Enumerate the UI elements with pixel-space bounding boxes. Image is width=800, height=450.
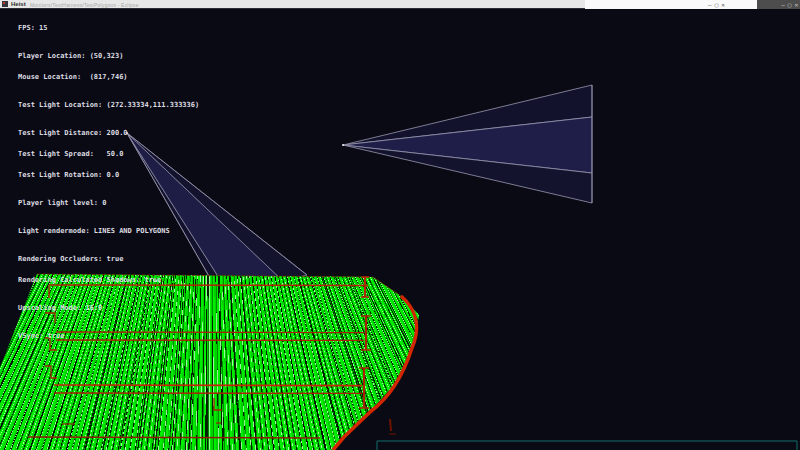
hud-test-light-rotation: Test Light Rotation: 0.0 [18,172,199,179]
game-canvas[interactable]: FPS: 15 Player Location: (50,323) Mouse … [0,9,800,450]
light-radius-border [333,296,416,450]
hud-vsync: VSync: true [18,333,199,340]
occluder-bar-bottom [28,423,320,438]
titlebar-dark-segment: — ▢ ✕ [757,0,800,9]
hud-test-light-location: Test Light Location: (272.33334,111.3333… [18,102,199,109]
app-icon [2,1,8,7]
window-controls-inner: — ▢ ✕ [708,0,725,9]
maximize-button[interactable]: ▢ [715,2,719,8]
outer-minimize-button[interactable]: — [781,2,785,8]
teal-panel-outline [377,441,797,450]
hud-rendering-shadows: Rendering Calculated Shadows: true [18,277,199,284]
occluder-bar-lower [45,366,369,410]
window-title: Heist [11,1,26,8]
outer-close-button[interactable]: ✕ [794,2,798,8]
hud-player-light-level: Player light level: 0 [18,200,199,207]
minimize-button[interactable]: — [708,2,712,8]
title-bar[interactable]: Heist Monitors/TestHarness/TestPolygons … [0,0,800,9]
close-button[interactable]: ✕ [721,2,725,8]
hud-test-light-spread: Test Light Spread: 50.0 [18,151,199,158]
hud-upscaling-mode: Upscaling Mode: 16:9 [18,305,199,312]
app-window: Heist Monitors/TestHarness/TestPolygons … [0,0,800,450]
titlebar-light-segment [585,0,757,9]
hud-player-location: Player Location: (50,323) [18,53,199,60]
fan-upper-right-edge [373,277,401,296]
window-title-path: Monitors/TestHarness/TestPolygons - Ecli… [30,2,139,8]
hud-fps: FPS: 15 [18,25,199,32]
hud-light-rendermode: Light rendermode: LINES AND POLYGONS [18,228,199,235]
window-controls-outer: — ▢ ✕ [781,0,798,9]
debug-hud: FPS: 15 Player Location: (50,323) Mouse … [18,11,199,354]
hud-test-light-distance: Test Light Distance: 200.0 [18,130,199,137]
occluder-marks-outside [389,419,396,434]
hud-rendering-occluders: Rendering Occluders: true [18,256,199,263]
outer-maximize-button[interactable]: ▢ [788,2,792,8]
hud-mouse-location: Mouse Location: (817,746) [18,74,199,81]
